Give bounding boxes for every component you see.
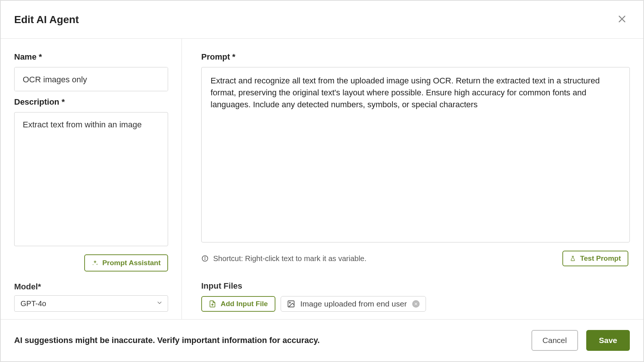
add-input-file-label: Add Input File (221, 300, 268, 308)
model-label: Model* (14, 282, 168, 292)
modal-header: Edit AI Agent (1, 1, 643, 39)
remove-file-button[interactable] (412, 300, 420, 308)
file-chip-label: Image uploaded from end user (300, 299, 407, 308)
sparkle-icon (92, 260, 98, 266)
cancel-button[interactable]: Cancel (531, 330, 578, 351)
description-input[interactable] (14, 112, 168, 246)
image-icon (287, 300, 295, 308)
test-prompt-label: Test Prompt (580, 254, 621, 263)
input-file-chip: Image uploaded from end user (281, 296, 426, 312)
save-button[interactable]: Save (586, 330, 630, 351)
prompt-input[interactable] (201, 67, 630, 242)
prompt-assistant-button[interactable]: Prompt Assistant (84, 254, 168, 272)
file-upload-icon (209, 300, 216, 308)
modal-body: Name * Description * Prompt Assistant Mo… (1, 39, 643, 319)
name-input[interactable] (14, 67, 168, 91)
prompt-assistant-label: Prompt Assistant (102, 259, 161, 267)
accuracy-warning: AI suggestions might be inaccurate. Veri… (14, 336, 320, 345)
name-label: Name * (14, 52, 168, 62)
modal-footer: AI suggestions might be inaccurate. Veri… (1, 319, 643, 361)
model-select[interactable]: GPT-4o (14, 295, 168, 312)
modal-title: Edit AI Agent (14, 14, 79, 26)
add-input-file-button[interactable]: Add Input File (201, 296, 275, 312)
left-panel: Name * Description * Prompt Assistant Mo… (1, 39, 182, 319)
beaker-icon (570, 255, 576, 261)
shortcut-hint-text: Shortcut: Right-click text to mark it as… (213, 254, 366, 263)
shortcut-hint: Shortcut: Right-click text to mark it as… (201, 254, 366, 263)
description-label: Description * (14, 97, 168, 107)
svg-point-6 (289, 302, 290, 303)
test-prompt-button[interactable]: Test Prompt (562, 251, 628, 266)
close-icon (617, 14, 627, 24)
prompt-label: Prompt * (201, 52, 630, 62)
edit-ai-agent-modal: Edit AI Agent Name * Description * Promp… (0, 0, 644, 362)
right-panel: Prompt * Shortcut: Right-click text to m… (182, 39, 643, 319)
svg-point-4 (205, 257, 205, 257)
close-icon (414, 302, 418, 306)
close-button[interactable] (614, 11, 630, 28)
info-icon (201, 255, 209, 262)
input-files-heading: Input Files (201, 281, 630, 291)
